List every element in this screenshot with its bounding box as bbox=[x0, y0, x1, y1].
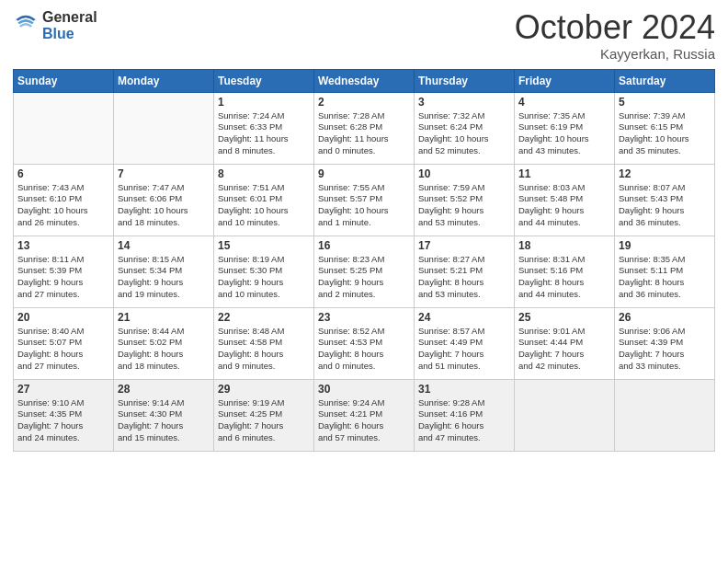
day-number: 7 bbox=[118, 167, 210, 180]
day-info: Sunrise: 8:11 AM Sunset: 5:39 PM Dayligh… bbox=[17, 254, 109, 301]
calendar-cell: 29Sunrise: 9:19 AM Sunset: 4:25 PM Dayli… bbox=[214, 379, 314, 451]
day-info: Sunrise: 8:27 AM Sunset: 5:21 PM Dayligh… bbox=[418, 254, 510, 301]
calendar-week-row: 1Sunrise: 7:24 AM Sunset: 6:33 PM Daylig… bbox=[14, 92, 715, 164]
col-friday: Friday bbox=[515, 69, 615, 92]
day-number: 6 bbox=[17, 167, 109, 180]
calendar-cell: 30Sunrise: 9:24 AM Sunset: 4:21 PM Dayli… bbox=[314, 379, 415, 451]
day-info: Sunrise: 8:57 AM Sunset: 4:49 PM Dayligh… bbox=[418, 326, 510, 373]
calendar-cell: 19Sunrise: 8:35 AM Sunset: 5:11 PM Dayli… bbox=[615, 236, 715, 307]
calendar-cell: 27Sunrise: 9:10 AM Sunset: 4:35 PM Dayli… bbox=[14, 379, 114, 451]
day-info: Sunrise: 8:48 AM Sunset: 4:58 PM Dayligh… bbox=[218, 326, 310, 373]
day-number: 16 bbox=[318, 239, 410, 252]
day-number: 25 bbox=[518, 311, 610, 324]
day-info: Sunrise: 9:14 AM Sunset: 4:30 PM Dayligh… bbox=[118, 397, 210, 444]
page-header: General Blue October 2024 Kayyerkan, Rus… bbox=[13, 9, 715, 62]
day-number: 10 bbox=[418, 167, 510, 180]
calendar-header-row: Sunday Monday Tuesday Wednesday Thursday… bbox=[14, 69, 715, 92]
day-info: Sunrise: 7:39 AM Sunset: 6:15 PM Dayligh… bbox=[619, 110, 711, 157]
day-number: 12 bbox=[619, 167, 711, 180]
day-number: 22 bbox=[218, 311, 310, 324]
calendar-cell: 22Sunrise: 8:48 AM Sunset: 4:58 PM Dayli… bbox=[214, 307, 314, 379]
day-info: Sunrise: 8:40 AM Sunset: 5:07 PM Dayligh… bbox=[17, 326, 109, 373]
calendar-cell: 21Sunrise: 8:44 AM Sunset: 5:02 PM Dayli… bbox=[114, 307, 214, 379]
day-info: Sunrise: 8:31 AM Sunset: 5:16 PM Dayligh… bbox=[518, 254, 610, 301]
day-number: 28 bbox=[118, 383, 210, 396]
day-number: 5 bbox=[619, 96, 711, 109]
calendar-week-row: 13Sunrise: 8:11 AM Sunset: 5:39 PM Dayli… bbox=[14, 236, 715, 307]
calendar-cell: 13Sunrise: 8:11 AM Sunset: 5:39 PM Dayli… bbox=[14, 236, 114, 307]
col-sunday: Sunday bbox=[14, 69, 114, 92]
calendar-cell: 11Sunrise: 8:03 AM Sunset: 5:48 PM Dayli… bbox=[515, 164, 615, 236]
day-info: Sunrise: 7:59 AM Sunset: 5:52 PM Dayligh… bbox=[418, 182, 510, 229]
day-info: Sunrise: 7:24 AM Sunset: 6:33 PM Dayligh… bbox=[218, 110, 310, 157]
calendar-cell bbox=[14, 92, 114, 164]
calendar-cell bbox=[615, 379, 715, 451]
day-number: 31 bbox=[418, 383, 510, 396]
calendar-table: Sunday Monday Tuesday Wednesday Thursday… bbox=[13, 69, 715, 452]
calendar-cell: 10Sunrise: 7:59 AM Sunset: 5:52 PM Dayli… bbox=[415, 164, 515, 236]
calendar-cell: 28Sunrise: 9:14 AM Sunset: 4:30 PM Dayli… bbox=[114, 379, 214, 451]
day-number: 21 bbox=[118, 311, 210, 324]
day-info: Sunrise: 7:47 AM Sunset: 6:06 PM Dayligh… bbox=[118, 182, 210, 229]
day-number: 29 bbox=[218, 383, 310, 396]
calendar-cell: 24Sunrise: 8:57 AM Sunset: 4:49 PM Dayli… bbox=[415, 307, 515, 379]
calendar-cell: 3Sunrise: 7:32 AM Sunset: 6:24 PM Daylig… bbox=[415, 92, 515, 164]
day-number: 17 bbox=[418, 239, 510, 252]
logo-text: General Blue bbox=[42, 9, 97, 41]
col-thursday: Thursday bbox=[415, 69, 515, 92]
logo-general: General bbox=[42, 9, 97, 26]
day-info: Sunrise: 7:51 AM Sunset: 6:01 PM Dayligh… bbox=[218, 182, 310, 229]
day-info: Sunrise: 7:55 AM Sunset: 5:57 PM Dayligh… bbox=[318, 182, 410, 229]
day-info: Sunrise: 8:19 AM Sunset: 5:30 PM Dayligh… bbox=[218, 254, 310, 301]
col-saturday: Saturday bbox=[615, 69, 715, 92]
calendar-cell: 2Sunrise: 7:28 AM Sunset: 6:28 PM Daylig… bbox=[314, 92, 415, 164]
calendar-cell: 23Sunrise: 8:52 AM Sunset: 4:53 PM Dayli… bbox=[314, 307, 415, 379]
day-info: Sunrise: 7:32 AM Sunset: 6:24 PM Dayligh… bbox=[418, 110, 510, 157]
calendar-cell: 20Sunrise: 8:40 AM Sunset: 5:07 PM Dayli… bbox=[14, 307, 114, 379]
calendar-week-row: 20Sunrise: 8:40 AM Sunset: 5:07 PM Dayli… bbox=[14, 307, 715, 379]
calendar-cell: 18Sunrise: 8:31 AM Sunset: 5:16 PM Dayli… bbox=[515, 236, 615, 307]
day-number: 14 bbox=[118, 239, 210, 252]
day-number: 20 bbox=[17, 311, 109, 324]
day-number: 13 bbox=[17, 239, 109, 252]
day-info: Sunrise: 9:28 AM Sunset: 4:16 PM Dayligh… bbox=[418, 397, 510, 444]
calendar-cell: 15Sunrise: 8:19 AM Sunset: 5:30 PM Dayli… bbox=[214, 236, 314, 307]
day-info: Sunrise: 9:24 AM Sunset: 4:21 PM Dayligh… bbox=[318, 397, 410, 444]
day-number: 9 bbox=[318, 167, 410, 180]
day-info: Sunrise: 8:03 AM Sunset: 5:48 PM Dayligh… bbox=[518, 182, 610, 229]
calendar-cell bbox=[114, 92, 214, 164]
day-number: 26 bbox=[619, 311, 711, 324]
calendar-cell: 26Sunrise: 9:06 AM Sunset: 4:39 PM Dayli… bbox=[615, 307, 715, 379]
day-number: 1 bbox=[218, 96, 310, 109]
calendar-cell: 5Sunrise: 7:39 AM Sunset: 6:15 PM Daylig… bbox=[615, 92, 715, 164]
day-info: Sunrise: 9:19 AM Sunset: 4:25 PM Dayligh… bbox=[218, 397, 310, 444]
calendar-cell bbox=[515, 379, 615, 451]
day-number: 15 bbox=[218, 239, 310, 252]
calendar-cell: 9Sunrise: 7:55 AM Sunset: 5:57 PM Daylig… bbox=[314, 164, 415, 236]
day-number: 30 bbox=[318, 383, 410, 396]
logo-blue: Blue bbox=[42, 26, 97, 42]
day-number: 4 bbox=[518, 96, 610, 109]
calendar-cell: 25Sunrise: 9:01 AM Sunset: 4:44 PM Dayli… bbox=[515, 307, 615, 379]
day-info: Sunrise: 8:44 AM Sunset: 5:02 PM Dayligh… bbox=[118, 326, 210, 373]
day-number: 24 bbox=[418, 311, 510, 324]
col-wednesday: Wednesday bbox=[314, 69, 415, 92]
calendar-cell: 14Sunrise: 8:15 AM Sunset: 5:34 PM Dayli… bbox=[114, 236, 214, 307]
calendar-cell: 31Sunrise: 9:28 AM Sunset: 4:16 PM Dayli… bbox=[415, 379, 515, 451]
calendar-cell: 16Sunrise: 8:23 AM Sunset: 5:25 PM Dayli… bbox=[314, 236, 415, 307]
day-number: 23 bbox=[318, 311, 410, 324]
calendar-cell: 17Sunrise: 8:27 AM Sunset: 5:21 PM Dayli… bbox=[415, 236, 515, 307]
calendar-cell: 6Sunrise: 7:43 AM Sunset: 6:10 PM Daylig… bbox=[14, 164, 114, 236]
day-number: 27 bbox=[17, 383, 109, 396]
calendar-week-row: 6Sunrise: 7:43 AM Sunset: 6:10 PM Daylig… bbox=[14, 164, 715, 236]
col-monday: Monday bbox=[114, 69, 214, 92]
day-number: 19 bbox=[619, 239, 711, 252]
calendar-cell: 8Sunrise: 7:51 AM Sunset: 6:01 PM Daylig… bbox=[214, 164, 314, 236]
day-info: Sunrise: 8:23 AM Sunset: 5:25 PM Dayligh… bbox=[318, 254, 410, 301]
calendar-cell: 7Sunrise: 7:47 AM Sunset: 6:06 PM Daylig… bbox=[114, 164, 214, 236]
day-number: 11 bbox=[518, 167, 610, 180]
day-info: Sunrise: 9:01 AM Sunset: 4:44 PM Dayligh… bbox=[518, 326, 610, 373]
logo-icon bbox=[13, 13, 39, 39]
col-tuesday: Tuesday bbox=[214, 69, 314, 92]
calendar-week-row: 27Sunrise: 9:10 AM Sunset: 4:35 PM Dayli… bbox=[14, 379, 715, 451]
